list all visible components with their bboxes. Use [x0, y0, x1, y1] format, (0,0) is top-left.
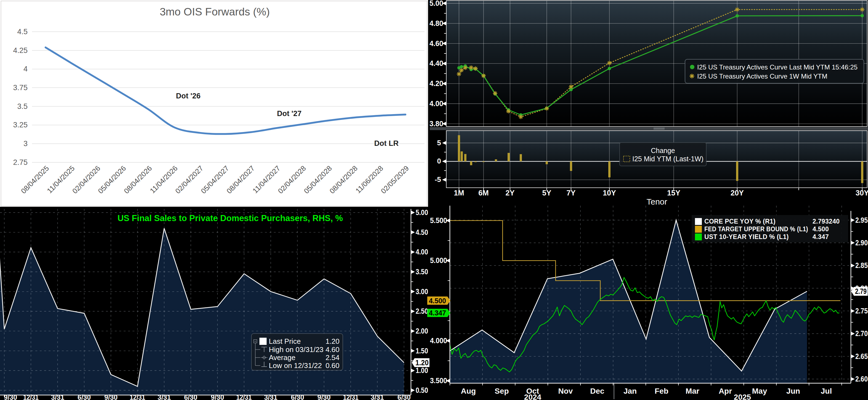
svg-text:Sep: Sep: [495, 387, 509, 395]
svg-text:FED TARGET UPPER BOUND % (L1): FED TARGET UPPER BOUND % (L1): [704, 226, 808, 233]
svg-text:Dot '26: Dot '26: [176, 92, 200, 100]
svg-text:Low on 12/31/22: Low on 12/31/22: [269, 361, 322, 370]
svg-text:Apr: Apr: [719, 387, 732, 395]
svg-text:5Y: 5Y: [542, 189, 551, 197]
svg-text:Dec: Dec: [590, 387, 604, 395]
svg-text:Nov: Nov: [558, 387, 573, 395]
svg-text:4.25: 4.25: [13, 46, 28, 55]
svg-text:3/31: 3/31: [158, 393, 171, 400]
svg-text:3/31: 3/31: [51, 393, 64, 400]
svg-text:2.90: 2.90: [855, 238, 868, 247]
svg-text:9/30: 9/30: [211, 393, 224, 400]
svg-text:CORE PCE YOY % (R1): CORE PCE YOY % (R1): [704, 218, 776, 225]
svg-text:UST 10-YEAR YIELD % (L1): UST 10-YEAR YIELD % (L1): [704, 233, 789, 240]
svg-text:1.20: 1.20: [326, 337, 339, 345]
svg-text:2Y: 2Y: [505, 189, 515, 197]
svg-text:Jun: Jun: [786, 387, 800, 395]
svg-text:30Y: 30Y: [856, 189, 868, 197]
svg-text:I25 US Treasury Actives Curve: I25 US Treasury Actives Curve 1W Mid YTM: [697, 72, 828, 80]
svg-text:2.75: 2.75: [855, 306, 868, 315]
svg-text:12/31: 12/31: [343, 393, 359, 400]
svg-text:4.60: 4.60: [429, 39, 443, 48]
svg-text:6/30: 6/30: [291, 393, 304, 400]
svg-text:5.00: 5.00: [416, 208, 428, 217]
svg-text:2.95: 2.95: [855, 216, 868, 224]
svg-text:Tenor: Tenor: [646, 197, 667, 206]
svg-text:15Y: 15Y: [667, 189, 680, 197]
svg-text:1.20: 1.20: [415, 359, 429, 367]
svg-text:9/30: 9/30: [104, 393, 118, 400]
svg-text:High on 03/31/23: High on 03/31/23: [269, 345, 323, 354]
svg-text:12/31: 12/31: [23, 393, 39, 400]
svg-text:9/30: 9/30: [4, 393, 17, 400]
svg-text:6M: 6M: [478, 189, 489, 197]
svg-text:3.50: 3.50: [416, 267, 428, 276]
svg-text:6/30: 6/30: [184, 393, 197, 400]
svg-text:4.60: 4.60: [326, 345, 339, 354]
svg-text:Dot LR: Dot LR: [374, 139, 399, 147]
svg-text:1.50: 1.50: [416, 346, 428, 355]
svg-text:4.80: 4.80: [429, 19, 443, 28]
svg-text:I25 Mid YTM (Last-1W): I25 Mid YTM (Last-1W): [632, 155, 704, 163]
svg-text:Dot '27: Dot '27: [277, 109, 302, 118]
svg-text:4.5: 4.5: [17, 28, 28, 36]
svg-text:Aug: Aug: [461, 387, 476, 395]
svg-text:4: 4: [24, 65, 28, 73]
svg-text:4.00: 4.00: [429, 100, 443, 108]
svg-text:2.75: 2.75: [13, 158, 28, 167]
svg-text:5.00: 5.00: [429, 0, 443, 7]
svg-text:20Y: 20Y: [731, 189, 744, 197]
svg-text:Feb: Feb: [655, 387, 669, 395]
svg-text:5.500: 5.500: [430, 216, 447, 225]
svg-text:4.000: 4.000: [430, 336, 447, 345]
svg-text:2.65: 2.65: [855, 352, 868, 361]
svg-text:4.00: 4.00: [416, 247, 428, 256]
svg-text:I25 US Treasury Actives Curve: I25 US Treasury Actives Curve Last Mid Y…: [697, 63, 858, 71]
svg-text:2.79: 2.79: [855, 287, 867, 296]
svg-text:3/31: 3/31: [371, 393, 384, 400]
svg-text:Jul: Jul: [821, 387, 832, 395]
svg-text:Mar: Mar: [686, 387, 700, 395]
svg-text:10Y: 10Y: [603, 189, 616, 197]
svg-text:5.000: 5.000: [430, 256, 447, 265]
svg-text:2.00: 2.00: [416, 327, 428, 335]
svg-text:12/31: 12/31: [236, 393, 252, 400]
svg-text:2024: 2024: [524, 393, 541, 400]
svg-text:6/30: 6/30: [78, 393, 91, 400]
svg-text:5: 5: [437, 139, 441, 147]
svg-text:0.50: 0.50: [416, 386, 428, 395]
svg-text:4.40: 4.40: [429, 59, 443, 68]
svg-text:3mo OIS Forwards (%): 3mo OIS Forwards (%): [160, 6, 270, 18]
svg-text:4.20: 4.20: [429, 79, 443, 88]
svg-text:4.500: 4.500: [812, 226, 829, 233]
svg-text:0.60: 0.60: [326, 361, 339, 370]
svg-text:3: 3: [24, 139, 28, 148]
svg-text:3/31: 3/31: [264, 393, 277, 400]
svg-text:2.50: 2.50: [416, 307, 428, 315]
svg-text:3.80: 3.80: [429, 120, 443, 128]
svg-text:9/30: 9/30: [317, 393, 331, 400]
svg-text:4.500: 4.500: [429, 297, 446, 305]
svg-text:4.50: 4.50: [416, 228, 428, 236]
svg-text:-5: -5: [435, 175, 441, 184]
svg-text:3.75: 3.75: [13, 84, 28, 92]
svg-text:4.347: 4.347: [812, 233, 829, 240]
svg-text:7Y: 7Y: [566, 189, 576, 197]
svg-text:Jan: Jan: [623, 387, 637, 395]
svg-text:3.00: 3.00: [416, 287, 428, 296]
svg-text:2.60: 2.60: [855, 375, 868, 383]
svg-text:2025: 2025: [734, 393, 751, 400]
svg-text:6/30: 6/30: [397, 393, 411, 400]
svg-text:1.00: 1.00: [416, 366, 428, 375]
svg-text:May: May: [752, 387, 767, 395]
svg-text:Last Price: Last Price: [269, 337, 301, 345]
svg-text:4.347: 4.347: [429, 309, 446, 317]
svg-text:2.85: 2.85: [855, 261, 868, 270]
svg-text:1M: 1M: [454, 189, 464, 197]
svg-text:3.25: 3.25: [13, 121, 28, 129]
svg-text:3.5: 3.5: [17, 102, 28, 110]
svg-text:2.54: 2.54: [326, 354, 339, 362]
svg-text:0: 0: [437, 157, 441, 165]
svg-text:2.793240: 2.793240: [812, 218, 840, 225]
svg-text:3.500: 3.500: [430, 376, 447, 385]
